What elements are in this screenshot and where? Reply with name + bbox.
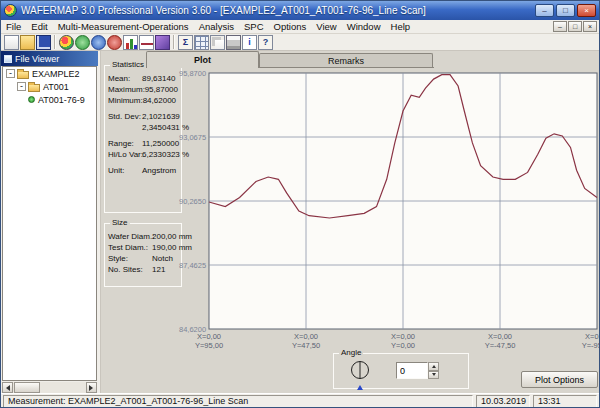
x-axis-tick-label: X=0,00Y=0,00 xyxy=(378,332,428,350)
size-group-title: Size xyxy=(110,218,130,228)
line-scan-chart xyxy=(179,65,599,365)
surface-3d-icon[interactable] xyxy=(155,35,170,50)
sites-label: No. Sites: xyxy=(108,264,152,275)
unit-value: Angstrom xyxy=(142,165,176,176)
menu-item-options[interactable]: Options xyxy=(269,20,312,34)
up-arrow-icon xyxy=(432,363,436,368)
histogram-icon[interactable] xyxy=(123,35,138,50)
tree-item-label: AT001 xyxy=(43,82,69,92)
info-icon[interactable]: i xyxy=(242,35,257,50)
menu-item-help[interactable]: Help xyxy=(386,20,416,34)
range-value: 11,250000 xyxy=(142,138,179,149)
status-time: 13:31 xyxy=(533,395,597,408)
statistics-group-title: Statistics xyxy=(110,60,146,70)
tab-plot[interactable]: Plot xyxy=(146,51,259,68)
status-measurement: Measurement: EXAMPLE2_AT001_AT001-76-96_… xyxy=(3,395,473,408)
hilo-var-label: Hi/Lo Var: xyxy=(108,149,142,160)
copy-icon[interactable] xyxy=(210,35,225,50)
test-diam-label: Test Diam.: xyxy=(108,242,152,253)
tree-hscrollbar[interactable] xyxy=(2,382,97,393)
down-arrow-icon xyxy=(432,373,436,378)
statistics-group: Statistics Mean:89,63140 Maximum:95,8700… xyxy=(104,65,182,213)
x-axis-tick-label: X=0,00Y=95,00 xyxy=(184,332,234,350)
menu-item-spc[interactable]: SPC xyxy=(239,20,269,34)
menubar-items: FileEditMulti-Measurement-OperationsAnal… xyxy=(1,20,415,34)
maximum-label: Maximum: xyxy=(108,84,145,95)
angle-group: Angle xyxy=(333,353,469,389)
close-button[interactable]: × xyxy=(577,4,596,17)
window-title: WAFERMAP 3.0 Professional Version 3.60 -… xyxy=(21,5,535,16)
scrollbar-thumb[interactable] xyxy=(14,382,40,393)
angle-input[interactable] xyxy=(396,362,428,379)
wafer-map-icon[interactable] xyxy=(59,35,74,50)
menu-item-multi-measurement-operations[interactable]: Multi-Measurement-Operations xyxy=(53,20,194,34)
line-scan-icon[interactable] xyxy=(139,35,154,50)
save-icon[interactable] xyxy=(36,35,51,50)
tree-item-at001-76-9[interactable]: AT001-76-9 xyxy=(3,93,96,106)
menu-item-analysis[interactable]: Analysis xyxy=(194,20,239,34)
y-axis-tick-label: 95,8700 xyxy=(179,69,206,78)
panel-icon xyxy=(4,55,12,63)
plot-options-button[interactable]: Plot Options xyxy=(521,371,598,388)
toolbar: Σi? xyxy=(1,34,599,51)
y-axis-tick-label: 87,4625 xyxy=(179,261,206,270)
scrollbar-track[interactable] xyxy=(40,382,86,393)
scroll-right-button[interactable] xyxy=(86,382,97,393)
mdi-close-button[interactable]: × xyxy=(583,21,597,32)
menu-item-view[interactable]: View xyxy=(311,20,341,34)
file-viewer-title: File Viewer xyxy=(15,54,59,64)
stddev-value: 2,1021639 xyxy=(142,111,180,122)
size-group: Size Wafer Diam.:200,00 mm Test Diam.:19… xyxy=(104,223,182,287)
maximum-value: 95,87000 xyxy=(145,84,178,95)
maximize-button[interactable]: □ xyxy=(556,4,575,17)
tree-item-example2[interactable]: -EXAMPLE2 xyxy=(3,67,96,80)
file-viewer-panel: File Viewer -EXAMPLE2-AT001AT001-76-9 xyxy=(1,51,98,393)
minimize-button[interactable]: – xyxy=(535,4,554,17)
angle-marker-icon xyxy=(357,382,363,390)
grid-icon[interactable] xyxy=(194,35,209,50)
measurement-icon xyxy=(28,96,35,103)
mdi-controls: –□× xyxy=(553,21,599,32)
statistics-icon[interactable]: Σ xyxy=(178,35,193,50)
file-tree: -EXAMPLE2-AT001AT001-76-9 xyxy=(2,66,97,381)
tree-item-label: AT001-76-9 xyxy=(38,95,85,105)
chart-area: 95,870093,067590,265087,462584,6200X=0,0… xyxy=(179,65,599,365)
angle-spin-up-button[interactable] xyxy=(428,362,439,371)
mean-label: Mean: xyxy=(108,73,142,84)
menu-item-edit[interactable]: Edit xyxy=(26,20,52,34)
wafer-map-red-icon[interactable] xyxy=(107,35,122,50)
open-file-icon[interactable] xyxy=(20,35,35,50)
mdi-restore-button[interactable]: □ xyxy=(568,21,582,32)
angle-dial-icon xyxy=(350,360,370,380)
menu-item-window[interactable]: Window xyxy=(342,20,386,34)
minimum-value: 84,62000 xyxy=(143,95,176,106)
titlebar[interactable]: WAFERMAP 3.0 Professional Version 3.60 -… xyxy=(1,1,599,20)
print-icon[interactable] xyxy=(226,35,241,50)
toolbar-separator xyxy=(54,35,56,49)
menubar: FileEditMulti-Measurement-OperationsAnal… xyxy=(1,20,599,34)
mdi-minimize-button[interactable]: – xyxy=(553,21,567,32)
folder-icon xyxy=(17,71,29,79)
wafer-map-green-icon[interactable] xyxy=(75,35,90,50)
collapse-icon[interactable]: - xyxy=(6,69,15,78)
angle-group-title: Angle xyxy=(339,348,363,358)
angle-spin-down-button[interactable] xyxy=(428,371,439,380)
y-axis-tick-label: 90,2650 xyxy=(179,197,206,206)
sites-value: 121 xyxy=(152,264,165,275)
tree-item-at001[interactable]: -AT001 xyxy=(3,80,96,93)
new-file-icon[interactable] xyxy=(4,35,19,50)
wafer-map-blue-icon[interactable] xyxy=(91,35,106,50)
y-axis-tick-label: 93,0675 xyxy=(179,133,206,142)
style-value: Notch xyxy=(152,253,173,264)
x-axis-tick-label: X=0,00Y=-95,00 xyxy=(572,332,600,350)
right-arrow-icon xyxy=(89,385,96,391)
file-viewer-header[interactable]: File Viewer xyxy=(1,51,98,66)
menu-item-file[interactable]: File xyxy=(1,20,26,34)
scroll-left-button[interactable] xyxy=(2,382,13,393)
help-icon[interactable]: ? xyxy=(258,35,273,50)
collapse-icon[interactable]: - xyxy=(17,82,26,91)
stddev-label: Std. Dev: xyxy=(108,111,142,122)
app-window: WAFERMAP 3.0 Professional Version 3.60 -… xyxy=(0,0,600,408)
statusbar: Measurement: EXAMPLE2_AT001_AT001-76-96_… xyxy=(1,393,599,408)
toolbar-separator xyxy=(173,35,175,49)
